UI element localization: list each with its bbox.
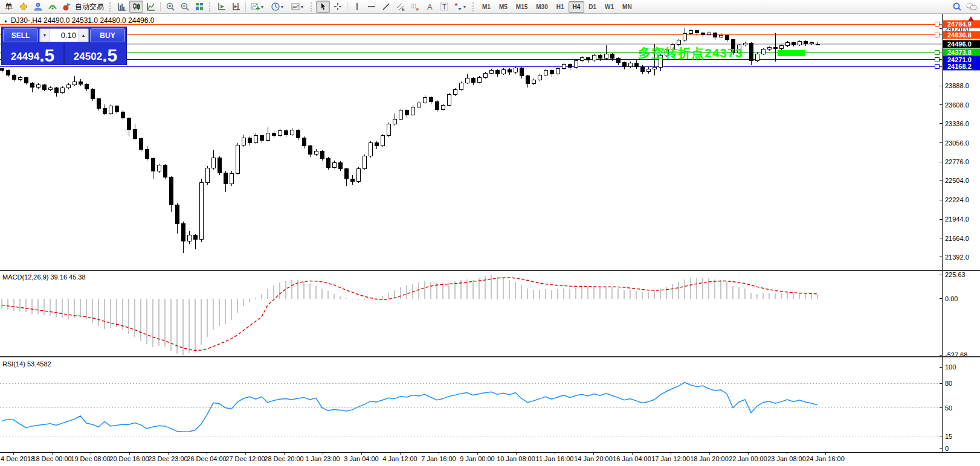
- timeframe-H1[interactable]: H1: [552, 1, 569, 13]
- timeframe-D1[interactable]: D1: [584, 1, 601, 13]
- sell-button[interactable]: SELL: [3, 28, 38, 42]
- volume-box: ▼ ▲: [39, 28, 89, 42]
- time-axis-label: 10 Jan 08:00: [497, 455, 535, 462]
- svg-text:E: E: [402, 7, 405, 11]
- rsi-tick-label: 15: [945, 433, 952, 440]
- chart-title: ▲ DJ30-,H4 24490.0 24531.0 24480.0 24496…: [4, 16, 154, 25]
- macd-tick-label: -527.68: [945, 351, 967, 359]
- search-icon[interactable]: [950, 1, 964, 13]
- time-axis-label: 9 Jan 00:00: [460, 455, 495, 462]
- timeframe-W1[interactable]: W1: [601, 1, 618, 13]
- time-axis-label: 27 Dec 12:00: [225, 455, 265, 462]
- timeframe-MN[interactable]: MN: [618, 1, 636, 13]
- price-tick-label: 21392.0: [945, 254, 969, 261]
- buy-button[interactable]: BUY: [90, 28, 125, 42]
- vertical-line-icon[interactable]: [350, 1, 364, 13]
- time-axis-label: 4 Jan 12:00: [382, 455, 417, 462]
- price-tick-label: 23888.0: [945, 82, 969, 89]
- add-indicator-icon[interactable]: ▼: [248, 1, 268, 13]
- tile-windows-icon[interactable]: [192, 1, 206, 13]
- panel-separator[interactable]: [0, 356, 980, 357]
- zoom-in-icon[interactable]: [163, 1, 177, 13]
- autotrading-label[interactable]: 自动交易: [75, 2, 104, 12]
- time-axis-label: 28 Dec 20:00: [264, 455, 303, 462]
- trendline-icon[interactable]: [379, 1, 393, 13]
- cursor-icon[interactable]: [316, 1, 330, 13]
- equidistant-channel-icon[interactable]: E: [393, 1, 407, 13]
- price-tick-label: 23336.0: [945, 120, 969, 127]
- toolbar-group-handle: [472, 2, 475, 11]
- new-order-icon[interactable]: 单: [2, 1, 16, 13]
- svg-text:A: A: [427, 2, 433, 11]
- signal-icon[interactable]: [45, 1, 59, 13]
- rsi-indicator-label: RSI(14) 53.4582: [2, 360, 51, 368]
- price-tick-label: 22224.0: [945, 196, 969, 203]
- text-label-icon[interactable]: T: [437, 1, 451, 13]
- rsi-tick-label: 50: [945, 404, 952, 412]
- crosshair-icon[interactable]: [330, 1, 344, 13]
- toolbar: 单 自动交易 ▼ ▼ ▼ E F A T ▼ M1M5M15M30H1H4D1W…: [0, 0, 980, 14]
- one-click-trading-panel: SELL ▼ ▲ BUY 24494.5 24502.5: [1, 27, 127, 65]
- volume-input[interactable]: [50, 29, 79, 42]
- panel-separator[interactable]: [0, 270, 980, 271]
- price-tag: 24168.2: [943, 63, 980, 71]
- svg-text:T: T: [442, 3, 446, 10]
- candlestick-chart-icon[interactable]: [129, 1, 143, 13]
- time-axis-label: 11 Jan 16:00: [536, 455, 574, 462]
- macd-tick-label: 0.00: [945, 295, 958, 302]
- sell-price[interactable]: 24494.5: [2, 43, 63, 65]
- time-axis-label: 23 Jan 08:00: [767, 455, 806, 462]
- time-axis-label: 18 Dec 00:00: [32, 455, 71, 462]
- chat-icon[interactable]: [964, 1, 978, 13]
- time-axis-border: [0, 452, 980, 453]
- chart-shift-icon[interactable]: [229, 1, 243, 13]
- price-tick-label: 23608.0: [945, 101, 969, 109]
- volume-increase-button[interactable]: ▲: [79, 29, 88, 42]
- price-axis-border: [942, 14, 943, 452]
- zoom-out-icon[interactable]: [178, 1, 192, 13]
- templates-icon[interactable]: ▼: [288, 1, 308, 13]
- bar-chart-icon[interactable]: [115, 1, 129, 13]
- time-axis-label: 4 Dec 2018: [1, 455, 34, 462]
- chart-canvas[interactable]: [0, 0, 980, 466]
- price-tick-label: 21944.0: [945, 215, 969, 223]
- text-icon[interactable]: A: [422, 1, 436, 13]
- profile-icon[interactable]: [31, 1, 45, 13]
- chart-gem-icon[interactable]: [16, 1, 30, 13]
- fibonacci-icon[interactable]: F: [408, 1, 422, 13]
- time-axis-label: 3 Jan 04:00: [344, 455, 379, 462]
- buy-price[interactable]: 24502.5: [63, 43, 126, 65]
- timeframe-M15[interactable]: M15: [512, 1, 532, 13]
- annotation-text: 多空转折点24373: [638, 45, 743, 62]
- line-chart-icon[interactable]: [144, 1, 158, 13]
- timeframe-H4[interactable]: H4: [569, 1, 585, 13]
- macd-indicator-label: MACD(12,26,9) 39.16 45.38: [2, 273, 86, 281]
- auto-scroll-icon[interactable]: [214, 1, 228, 13]
- timeframe-M5[interactable]: M5: [495, 1, 512, 13]
- timeframe-M30[interactable]: M30: [532, 1, 552, 13]
- timeframe-group: M1M5M15M30H1H4D1W1MN: [478, 1, 636, 13]
- rsi-tick-label: 100: [945, 363, 956, 371]
- horizontal-line-icon[interactable]: [364, 1, 378, 13]
- autotrading-icon[interactable]: [60, 1, 74, 13]
- chart-title-text: DJ30-,H4 24490.0 24531.0 24480.0 24496.0: [11, 16, 155, 25]
- volume-decrease-button[interactable]: ▼: [40, 29, 50, 42]
- time-axis-label: 14 Jan 20:00: [574, 455, 613, 462]
- price-tick-label: 22776.0: [945, 158, 969, 165]
- time-axis-label: 7 Jan 16:00: [421, 455, 456, 462]
- time-axis-label: 20 Dec 16:00: [109, 455, 149, 462]
- time-axis-label: 18 Jan 20:00: [690, 455, 729, 462]
- time-axis-label: 17 Jan 12:00: [651, 455, 690, 462]
- time-axis-label: 24 Jan 16:00: [806, 455, 845, 462]
- rsi-tick-label: 0: [945, 445, 949, 452]
- timeframe-M1[interactable]: M1: [478, 1, 495, 13]
- toolbar-group-handle: [109, 2, 112, 11]
- arrows-icon[interactable]: ▼: [451, 1, 469, 13]
- price-tag: 24784.9: [943, 21, 980, 28]
- price-tag: 24496.0: [943, 40, 980, 48]
- toolbar-group-handle: [209, 2, 211, 11]
- price-tick-label: 22504.0: [945, 177, 969, 184]
- alert-marker-icon: [968, 16, 974, 21]
- periods-icon[interactable]: ▼: [268, 1, 288, 13]
- time-axis-label: 16 Jan 04:00: [613, 455, 651, 462]
